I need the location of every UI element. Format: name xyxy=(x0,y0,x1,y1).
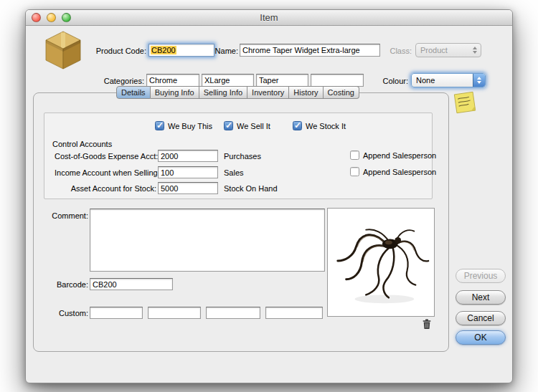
class-label: Class: xyxy=(383,47,412,55)
append-salesperson-checkbox-2[interactable]: Append Salesperson xyxy=(350,167,436,176)
checkbox-we-buy-this[interactable]: We Buy This xyxy=(155,121,212,130)
close-button[interactable] xyxy=(32,13,41,22)
class-select: Product xyxy=(415,43,481,57)
category-field-1[interactable] xyxy=(146,74,199,87)
desktop: Item Product Code: CB200 Name: Class: Pr… xyxy=(0,0,538,392)
chevron-updown-icon xyxy=(468,44,481,57)
barcode-input[interactable] xyxy=(90,278,173,290)
custom-field-4[interactable] xyxy=(265,307,323,319)
previous-button[interactable]: Previous xyxy=(456,269,506,283)
class-value: Product xyxy=(416,46,468,54)
product-code-label: Product Code: xyxy=(89,47,146,55)
tab-costing[interactable]: Costing xyxy=(324,86,359,99)
product-code-input[interactable]: CB200 xyxy=(148,44,214,57)
name-input[interactable] xyxy=(240,44,380,57)
tab-buying-info[interactable]: Buying Info xyxy=(151,86,199,99)
chevron-updown-icon xyxy=(473,74,485,87)
tab-bar: Details Buying Info Selling Info Invento… xyxy=(116,86,359,99)
delete-picture-button[interactable] xyxy=(422,319,432,330)
category-field-4[interactable] xyxy=(311,74,364,87)
minimize-button[interactable] xyxy=(47,13,56,22)
income-account-name: Sales xyxy=(224,168,244,177)
custom-label: Custom: xyxy=(47,309,88,317)
custom-field-1[interactable] xyxy=(90,307,143,319)
checked-checkbox-icon xyxy=(224,121,233,130)
asset-account-name: Stock On Hand xyxy=(224,184,278,193)
colour-label: Colour: xyxy=(379,77,408,85)
append-salesperson-checkbox-1[interactable]: Append Salesperson xyxy=(350,150,436,160)
sticky-note-icon[interactable] xyxy=(452,89,478,116)
colour-value: None xyxy=(412,76,473,85)
checkbox-we-stock-it[interactable]: We Stock It xyxy=(293,121,346,130)
barcode-label: Barcode: xyxy=(47,280,88,289)
cogs-expense-label: Cost-of-Goods Expense Acct: xyxy=(55,152,156,161)
cogs-expense-input[interactable] xyxy=(158,150,218,162)
income-account-label: Income Account when Selling: xyxy=(55,168,156,177)
tab-details[interactable]: Details xyxy=(116,86,151,99)
traffic-lights xyxy=(32,13,71,22)
income-account-input[interactable] xyxy=(158,166,218,178)
cardboard-box-icon xyxy=(43,29,83,71)
checked-checkbox-icon xyxy=(293,121,302,130)
categories-label: Categories: xyxy=(87,77,144,85)
custom-field-2[interactable] xyxy=(148,307,201,319)
ok-button[interactable]: OK xyxy=(456,330,506,345)
name-label: Name: xyxy=(207,47,238,55)
item-picture[interactable] xyxy=(327,208,435,317)
custom-field-3[interactable] xyxy=(206,307,260,319)
unchecked-checkbox-icon xyxy=(350,167,359,176)
asset-account-label: Asset Account for Stock: xyxy=(55,184,156,193)
checked-checkbox-icon xyxy=(155,121,164,130)
control-accounts-heading: Control Accounts xyxy=(52,140,112,148)
tab-history[interactable]: History xyxy=(289,86,323,99)
zoom-button[interactable] xyxy=(62,13,71,22)
product-code-value: CB200 xyxy=(151,46,176,54)
checkbox-we-sell-it[interactable]: We Sell It xyxy=(224,121,270,130)
comment-textarea[interactable] xyxy=(90,209,325,272)
comment-label: Comment: xyxy=(47,211,88,220)
next-button[interactable]: Next xyxy=(456,290,506,305)
tab-selling-info[interactable]: Selling Info xyxy=(199,86,247,99)
titlebar[interactable]: Item xyxy=(26,10,512,26)
window-title: Item xyxy=(26,10,512,26)
tab-inventory[interactable]: Inventory xyxy=(247,86,289,99)
cogs-account-name: Purchases xyxy=(224,152,261,161)
colour-select[interactable]: None xyxy=(411,73,486,87)
asset-account-input[interactable] xyxy=(158,182,218,194)
category-field-3[interactable] xyxy=(256,74,308,87)
cancel-button[interactable]: Cancel xyxy=(456,311,506,325)
item-window: Item Product Code: CB200 Name: Class: Pr… xyxy=(25,9,513,383)
unchecked-checkbox-icon xyxy=(350,150,359,160)
category-field-2[interactable] xyxy=(202,74,254,87)
